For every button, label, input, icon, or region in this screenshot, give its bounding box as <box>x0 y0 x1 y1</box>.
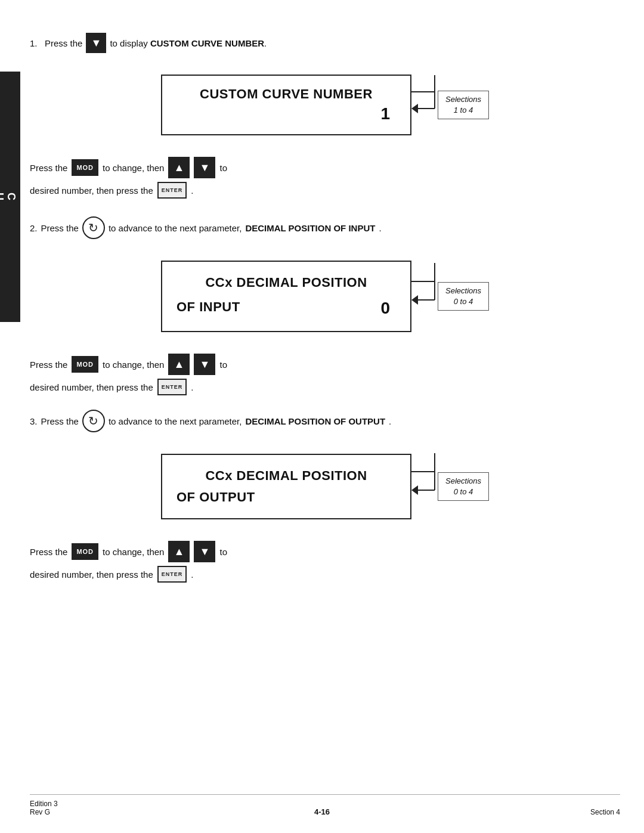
ccx-decimal-output-display: CCx DECIMAL POSITION OF OUTPUT <box>161 454 411 519</box>
display-title-1: CUSTOM CURVE NUMBER <box>200 86 373 102</box>
step1-intro: 1. Press the ▼ to display CUSTOM CURVE N… <box>30 33 620 53</box>
down-arrow-display-button[interactable]: ▼ <box>86 33 106 53</box>
step1-to-display-text: to display CUSTOM CURVE NUMBER. <box>110 38 267 48</box>
down-arrow-button-1[interactable]: ▼ <box>194 157 215 178</box>
selections-range-2: 0 to 4 <box>445 296 481 307</box>
footer-right: Section 4 <box>590 808 620 816</box>
step2-press-mod-2: to change, then <box>103 360 164 370</box>
footer-left: Edition 3 Rev G <box>30 800 58 816</box>
selections-label-1: Selections <box>445 94 481 105</box>
display-subtitle-2: OF INPUT <box>177 299 240 315</box>
selections-box-3: Selections 0 to 4 <box>438 472 489 501</box>
enter-button-2[interactable]: ENTER <box>157 379 187 395</box>
step3-to-advance-text: to advance to the next parameter, <box>109 416 242 426</box>
selections-range-1: 1 to 4 <box>445 105 481 116</box>
mod-button-3[interactable]: MOD <box>72 543 98 560</box>
rotate-button-3[interactable]: ↻ <box>82 410 105 432</box>
selections-box-1: Selections 1 to 4 <box>438 91 489 119</box>
step2-desired-line: desired number, then press the ENTER . <box>30 379 620 395</box>
sidebar-tab: C U S T O M C U R V E S <box>0 72 20 322</box>
footer-edition: Edition 3 <box>30 800 58 808</box>
step3-press-mod-1: Press the <box>30 547 67 557</box>
custom-curve-number-display: CUSTOM CURVE NUMBER 1 <box>161 75 411 135</box>
down-arrow-button-2[interactable]: ▼ <box>194 354 215 375</box>
step2-mod-line: Press the MOD to change, then ▲ ▼ to <box>30 354 620 375</box>
step2-bold-label: DECIMAL POSITION OF INPUT <box>245 223 375 233</box>
selections-box-2: Selections 0 to 4 <box>438 282 489 311</box>
display-value-2: 0 <box>380 299 390 318</box>
step3-period: . <box>191 569 193 580</box>
mod-button-1[interactable]: MOD <box>72 159 98 176</box>
step3-desired-text: desired number, then press the <box>30 569 153 580</box>
step1-desired-line: desired number, then press the ENTER . <box>30 182 620 199</box>
selections-label-2: Selections <box>445 286 481 296</box>
step2-number: 2. <box>30 223 38 233</box>
step3-intro: 3. Press the ↻ to advance to the next pa… <box>30 410 620 432</box>
up-arrow-button-2[interactable]: ▲ <box>168 354 190 375</box>
display-title-3: CCx DECIMAL POSITION <box>205 468 367 484</box>
step3-press-mod-3: to <box>219 547 227 557</box>
step1-desired-text: desired number, then press the <box>30 185 153 196</box>
selections-label-3: Selections <box>445 476 481 487</box>
step3-number: 3. <box>30 416 38 426</box>
step3-mod-line: Press the MOD to change, then ▲ ▼ to <box>30 541 620 562</box>
step2-intro: 2. Press the ↻ to advance to the next pa… <box>30 216 620 239</box>
step2-press-text: Press the <box>41 223 79 233</box>
enter-button-3[interactable]: ENTER <box>157 566 187 583</box>
step1-period: . <box>191 185 193 196</box>
step1-bold-label: CUSTOM CURVE NUMBER <box>150 38 264 48</box>
step2-period: . <box>191 382 193 392</box>
down-arrow-button-3[interactable]: ▼ <box>194 541 215 562</box>
display-subtitle-3: OF OUTPUT <box>177 490 255 505</box>
up-arrow-button-1[interactable]: ▲ <box>168 157 190 178</box>
step1-press-text: 1. Press the <box>30 38 82 48</box>
display-title-2: CCx DECIMAL POSITION <box>205 275 367 290</box>
step3-press-text: Press the <box>41 416 79 426</box>
step1-press-mod-1: Press the <box>30 163 67 173</box>
footer-rev: Rev G <box>30 808 58 816</box>
step2-press-mod-3: to <box>219 360 227 370</box>
step3-desired-line: desired number, then press the ENTER . <box>30 566 620 583</box>
step2-desired-text: desired number, then press the <box>30 382 153 392</box>
step2-to-advance-text: to advance to the next parameter, <box>109 223 242 233</box>
step3-press-mod-2: to change, then <box>103 547 164 557</box>
step3-bold-label: DECIMAL POSITION OF OUTPUT <box>245 416 385 426</box>
step1-mod-line: Press the MOD to change, then ▲ ▼ to <box>30 157 620 178</box>
step2-press-mod-1: Press the <box>30 360 67 370</box>
display-value-1: 1 <box>380 104 390 123</box>
step1-press-mod-2: to change, then <box>103 163 164 173</box>
rotate-button-2[interactable]: ↻ <box>82 216 105 239</box>
step1-press-mod-3: to <box>219 163 227 173</box>
enter-button-1[interactable]: ENTER <box>157 182 187 199</box>
selections-range-3: 0 to 4 <box>445 487 481 497</box>
page-number: 4-16 <box>314 807 330 816</box>
mod-button-2[interactable]: MOD <box>72 356 98 373</box>
up-arrow-button-3[interactable]: ▲ <box>168 541 190 562</box>
ccx-decimal-input-display: CCx DECIMAL POSITION OF INPUT 0 <box>161 261 411 332</box>
